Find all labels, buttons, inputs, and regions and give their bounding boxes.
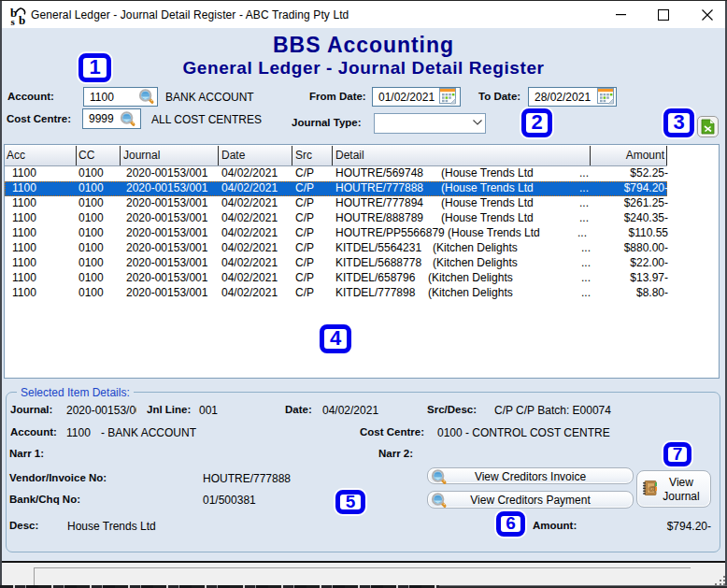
svg-text:@: @ — [649, 484, 656, 493]
svg-text:s: s — [11, 16, 16, 26]
svg-text:b: b — [19, 13, 25, 26]
